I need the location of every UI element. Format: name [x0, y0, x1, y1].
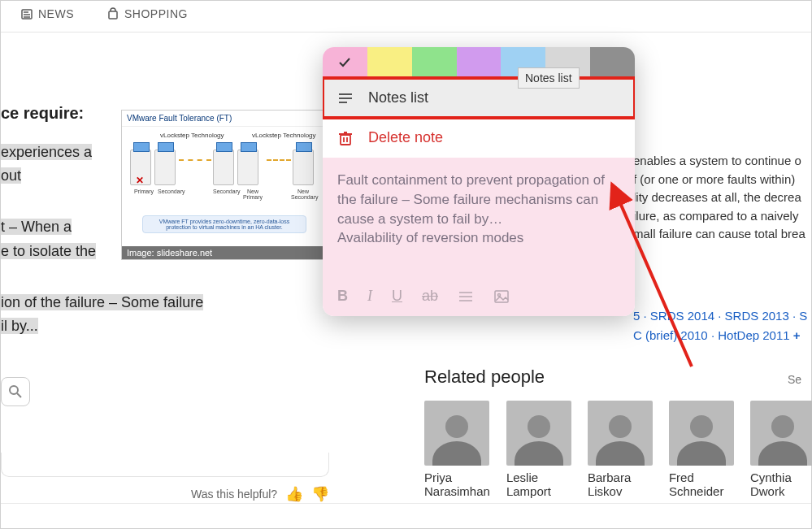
trash-icon: [337, 130, 354, 146]
svg-rect-4: [109, 11, 117, 19]
color-swatch-row: [323, 47, 635, 78]
note-line: Availability of reversion modes: [337, 228, 620, 248]
avatar: [588, 401, 653, 466]
snippet-line: e to isolate the: [1, 243, 96, 259]
feedback-label: Was this helpful?: [191, 488, 277, 501]
inline-image-thumbnail[interactable]: VMware Fault Tolerance (FT) vLockstep Te…: [121, 110, 328, 260]
strike-button[interactable]: ab: [422, 288, 438, 305]
divider: [1, 503, 811, 504]
panel-link[interactable]: C (brief) 2010: [633, 328, 708, 342]
person-card[interactable]: BarbaraLiskov: [588, 401, 653, 498]
svg-line-6: [17, 393, 21, 397]
format-toolbar: B I U ab: [323, 280, 635, 316]
nav-news-label: NEWS: [38, 7, 74, 20]
panel-link[interactable]: SRDS 2013: [725, 309, 789, 323]
nav-news[interactable]: NEWS: [20, 7, 74, 20]
panel-line: mall failure can cause total brea: [633, 225, 812, 244]
slide-body: vLockstep Technology vLockstep Technolog…: [122, 127, 327, 236]
nav-shopping-label: SHOPPING: [124, 7, 188, 20]
avatar: [424, 401, 489, 466]
snippet-line: t – When a: [1, 219, 72, 235]
notes-list-tooltip: Notes list: [518, 67, 580, 89]
person-card[interactable]: LeslieLamport: [506, 401, 571, 498]
related-people-heading: Related people: [424, 366, 545, 388]
person-last: Narasimhan: [424, 484, 490, 498]
avatar: [506, 401, 571, 466]
person-first: Fred: [669, 470, 734, 484]
image-icon[interactable]: [493, 289, 510, 304]
notes-list-menu-item[interactable]: Notes list: [323, 78, 635, 118]
thumbs-down-icon[interactable]: 👎: [311, 485, 329, 503]
person-card[interactable]: FredSchneider: [669, 401, 734, 498]
bullet-list-icon[interactable]: [458, 289, 474, 304]
panel-link[interactable]: HotDep 2011: [718, 328, 789, 342]
note-body[interactable]: Fault containment to prevent propagation…: [323, 158, 635, 280]
slide-title: VMware Fault Tolerance (FT): [122, 111, 327, 127]
note-popup: Notes list Delete note Fault containment…: [323, 47, 635, 316]
italic-button[interactable]: I: [367, 288, 372, 305]
person-last: Liskov: [588, 484, 653, 498]
underline-button[interactable]: U: [392, 288, 402, 305]
person-first: Leslie: [506, 470, 571, 484]
top-nav: NEWS SHOPPING: [1, 1, 811, 33]
thumbs-up-icon[interactable]: 👍: [285, 485, 303, 503]
related-search-button[interactable]: [1, 377, 30, 406]
snippet-line: experiences a: [1, 144, 92, 160]
person-last: Dwork: [750, 484, 812, 498]
slide-caption: VMware FT provides zero-downtime, zero-d…: [142, 215, 306, 233]
person-first: Cynthia: [750, 470, 812, 484]
nav-shopping[interactable]: SHOPPING: [106, 7, 188, 20]
list-icon: [337, 91, 354, 106]
person-card[interactable]: PriyaNarasimhan: [424, 401, 490, 498]
svg-rect-18: [495, 291, 508, 302]
slide-subtitle: vLockstep Technology: [160, 132, 224, 139]
delete-note-menu-item[interactable]: Delete note: [323, 118, 635, 158]
swatch-violet[interactable]: [457, 47, 502, 78]
check-icon: [338, 56, 351, 69]
expand-links[interactable]: +: [790, 328, 801, 342]
notes-list-label: Notes list: [368, 89, 428, 106]
person-last: Lamport: [506, 484, 571, 498]
see-all-link[interactable]: Se: [788, 373, 801, 386]
person-card[interactable]: CynthiaDwork: [750, 401, 812, 498]
svg-rect-10: [341, 135, 350, 145]
knowledge-panel-text: enables a system to continue o f (or one…: [633, 152, 812, 244]
snippet-line: il by...: [1, 318, 38, 334]
delete-note-label: Delete note: [368, 129, 443, 146]
avatar: [750, 401, 812, 466]
snippet-line: out: [1, 167, 21, 184]
swatch-green[interactable]: [412, 47, 457, 78]
slide-subtitle: vLockstep Technology: [252, 132, 316, 139]
person-last: Schneider: [669, 484, 734, 498]
feedback-row: Was this helpful? 👍 👎: [191, 485, 329, 503]
swatch-pink[interactable]: [323, 47, 367, 78]
avatar: [669, 401, 734, 466]
search-icon: [8, 384, 23, 399]
panel-line: enables a system to continue o: [633, 152, 812, 171]
panel-line: f (or one or more faults within): [633, 171, 812, 189]
shopping-icon: [106, 7, 119, 20]
news-icon: [20, 7, 33, 20]
person-first: Priya: [424, 470, 490, 484]
panel-link[interactable]: SRDS 2014: [650, 309, 714, 323]
swatch-grey[interactable]: [590, 47, 635, 78]
snippet-line: ion of the failure – Some failure: [1, 294, 203, 310]
panel-line: ilure, as compared to a naively: [633, 207, 812, 226]
image-credit: Image: slideshare.net: [122, 246, 327, 259]
panel-line: lity decreases at all, the decrea: [633, 189, 812, 207]
related-people-row: PriyaNarasimhan LeslieLamport BarbaraLis…: [424, 401, 812, 498]
knowledge-panel-links: 5 · SRDS 2014 · SRDS 2013 · S C (brief) …: [633, 306, 812, 345]
svg-point-5: [10, 386, 18, 394]
bold-button[interactable]: B: [337, 288, 348, 305]
card-bottom-edge: [1, 453, 329, 477]
swatch-yellow[interactable]: [367, 47, 412, 78]
person-first: Barbara: [588, 470, 653, 484]
note-line: Fault containment to prevent propagation…: [337, 171, 620, 228]
